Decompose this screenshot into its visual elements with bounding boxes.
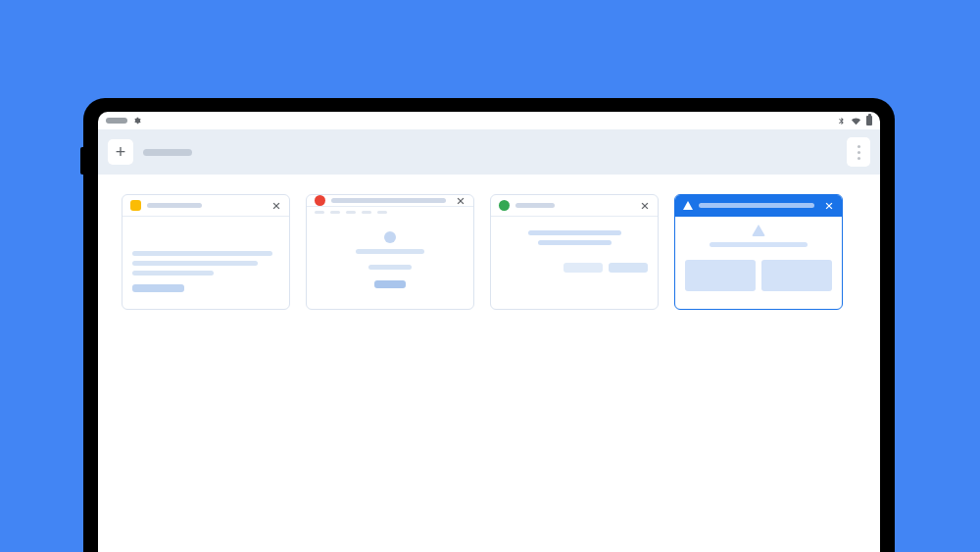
avatar-icon: [384, 231, 396, 243]
wifi-icon: [852, 117, 860, 125]
tab-title-placeholder: [331, 198, 446, 203]
device-frame: +: [83, 98, 895, 552]
tab-card-active[interactable]: [674, 194, 843, 310]
warning-icon: [683, 201, 693, 210]
tab-card-header: [491, 195, 658, 217]
tab-title-placeholder: [143, 149, 192, 156]
tab-card-header: [675, 195, 842, 217]
status-bar: [98, 112, 880, 129]
favicon-icon: [499, 200, 510, 211]
close-tab-button[interactable]: [640, 201, 650, 211]
screen: +: [98, 112, 880, 552]
tab-thumbnail: [491, 217, 658, 309]
status-pill-icon: [106, 118, 127, 124]
gear-icon: [133, 117, 141, 125]
tab-sub-toolbar: [307, 207, 473, 214]
tab-card[interactable]: [122, 194, 290, 310]
close-tab-button[interactable]: [271, 201, 281, 211]
tab-strip: +: [98, 129, 880, 175]
new-tab-button[interactable]: +: [108, 139, 133, 165]
tab-title-placeholder: [147, 203, 202, 208]
tab-thumbnail: [675, 217, 842, 309]
tab-thumbnail: [307, 224, 473, 310]
status-right: [837, 116, 872, 125]
tab-title-placeholder: [699, 203, 814, 208]
device-power-button: [80, 147, 83, 175]
battery-icon: [866, 116, 872, 125]
status-left: [106, 117, 141, 125]
favicon-icon: [315, 195, 325, 206]
close-tab-button[interactable]: [456, 196, 466, 206]
overflow-menu-button[interactable]: [847, 137, 870, 167]
favicon-icon: [130, 200, 141, 211]
tab-title-placeholder: [515, 203, 555, 208]
tab-card[interactable]: [490, 194, 659, 310]
bluetooth-icon: [837, 117, 846, 125]
tab-thumbnail: [122, 217, 289, 309]
alert-triangle-icon: [752, 225, 765, 236]
tab-card-header: [307, 195, 473, 207]
close-tab-button[interactable]: [824, 201, 834, 211]
tab-overview: [98, 175, 880, 552]
tab-card-header: [122, 195, 289, 217]
tab-card[interactable]: [306, 194, 474, 310]
